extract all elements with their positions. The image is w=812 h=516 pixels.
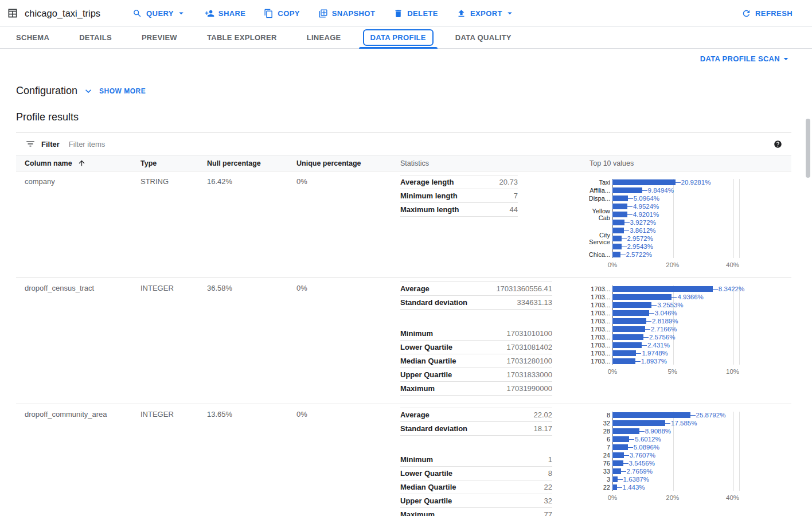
tab-data-profile[interactable]: DATA PROFILE — [356, 27, 440, 48]
chart-bar-row: 3.8612% — [590, 226, 762, 234]
bar-value-label: 5.0896% — [634, 444, 659, 451]
bar-value-connector — [624, 455, 629, 456]
cell-statistics: Average17031360556.41Standard deviation3… — [400, 278, 590, 404]
tab-data-quality[interactable]: DATA QUALITY — [440, 27, 526, 48]
chart-plot-area: 1703...8.3422%1703...4.9366%1703...3.255… — [590, 285, 762, 365]
statistic-label: Median Quartile — [400, 483, 456, 491]
chevron-down-icon[interactable] — [83, 85, 94, 97]
column-header-statistics: Statistics — [400, 159, 590, 167]
bar-track: 2.5722% — [612, 251, 652, 259]
toolbar-snapshot-button[interactable]: SNAPSHOT — [313, 5, 381, 22]
column-name-value: company — [25, 177, 55, 186]
bar-value-connector — [627, 206, 633, 207]
x-tick-label: 40% — [726, 494, 739, 501]
delete-icon — [393, 9, 403, 18]
bar-value-connector — [624, 230, 629, 231]
cell-top-10-values: 825.8792%3217.585%288.9088%65.6012%75.08… — [590, 404, 791, 516]
table-grid-icon — [7, 7, 18, 19]
statistic-label: Median Quartile — [400, 357, 456, 365]
filter-list-icon — [25, 139, 36, 149]
bar — [612, 412, 690, 418]
vertical-scrollbar-thumb[interactable] — [806, 119, 810, 178]
column-header-unique-percentage[interactable]: Unique percentage — [296, 159, 400, 167]
data-profile-content: DATA PROFILE SCAN Configuration SHOW MOR… — [0, 53, 812, 516]
bar-track: 2.7659% — [612, 467, 653, 475]
tab-data-quality-label: DATA QUALITY — [455, 33, 512, 42]
top-10-values-chart: 1703...8.3422%1703...4.9366%1703...3.255… — [590, 285, 762, 376]
category-label: Dispa... — [587, 195, 610, 202]
column-header-label: Top 10 values — [590, 159, 634, 167]
statistic-row: Lower Quartile8 — [400, 467, 552, 480]
top-10-values-chart: Taxi20.9281%Affilia...9.8494%Dispa...5.0… — [590, 178, 762, 269]
cell-statistics: Average22.02Standard deviation18.17Minim… — [400, 404, 590, 516]
top-toolbar: chicago_taxi_trips QUERYSHARECOPYSNAPSHO… — [0, 0, 812, 27]
arrow-up-icon[interactable] — [77, 159, 86, 167]
statistic-value: 17031010100 — [506, 329, 552, 338]
statistic-row: Maximum77 — [400, 508, 552, 516]
toolbar-query-label: QUERY — [146, 9, 174, 18]
table-header-row: Column nameTypeNull percentageUnique per… — [16, 155, 791, 171]
category-label: 1703... — [587, 358, 610, 365]
category-label: Affilia... — [587, 187, 610, 194]
filter-label: Filter — [41, 140, 60, 148]
toolbar-delete-button[interactable]: DELETE — [388, 5, 444, 22]
column-name-value: dropoff_census_tract — [25, 284, 94, 292]
bar — [612, 310, 649, 316]
statistic-row: Maximum17031990000 — [400, 382, 552, 396]
data-profile-scan-menu[interactable]: DATA PROFILE SCAN — [700, 53, 791, 64]
chart-bar-row: 1703...1.9748% — [590, 349, 762, 357]
bar-value-connector — [635, 361, 641, 362]
category-label-cell: 28 — [590, 427, 612, 435]
tab-preview[interactable]: PREVIEW — [127, 27, 192, 48]
unique-percentage-value: 0% — [296, 177, 307, 186]
filter-input[interactable] — [69, 140, 764, 148]
bar-value-label: 3.8612% — [630, 227, 655, 234]
refresh-button[interactable]: REFRESH — [736, 5, 798, 22]
toolbar-copy-button[interactable]: COPY — [258, 5, 305, 22]
tab-lineage[interactable]: LINEAGE — [292, 27, 356, 48]
statistics-table: Average17031360556.41Standard deviation3… — [400, 282, 552, 396]
bar-track: 2.9572% — [612, 234, 653, 243]
column-header-top-10-values: Top 10 values — [590, 159, 791, 167]
x-tick-label: 20% — [666, 261, 679, 268]
bar-track: 5.6012% — [612, 435, 661, 443]
tab-details-label: DETAILS — [79, 33, 112, 42]
tab-details[interactable]: DETAILS — [64, 27, 127, 48]
x-tick-label: 0% — [608, 494, 618, 501]
bar-value-connector — [628, 447, 633, 448]
bar — [612, 444, 628, 450]
bar-track: 1.8937% — [612, 357, 667, 365]
statistic-label: Standard deviation — [400, 298, 467, 307]
cell-column-name: company — [25, 171, 140, 277]
help-icon[interactable] — [774, 140, 782, 148]
bar-value-label: 1.443% — [623, 484, 645, 491]
chart-x-axis: 0%20%40% — [612, 259, 739, 269]
toolbar-export-button[interactable]: EXPORT — [451, 5, 521, 22]
show-more-link[interactable]: SHOW MORE — [99, 87, 146, 95]
tab-table-explorer[interactable]: TABLE EXPLORER — [192, 27, 292, 48]
statistic-label: Standard deviation — [400, 424, 467, 433]
statistic-row: Median Quartile17031280100 — [400, 354, 552, 368]
bar-value-connector — [636, 353, 641, 354]
category-label-cell: 3 — [590, 475, 612, 483]
column-header-null-percentage[interactable]: Null percentage — [207, 159, 296, 167]
statistic-value: 18.17 — [533, 424, 552, 433]
statistic-label: Maximum — [400, 384, 435, 393]
category-label-cell: Chica... — [590, 251, 612, 259]
column-header-type[interactable]: Type — [140, 159, 207, 167]
toolbar-share-button[interactable]: SHARE — [199, 5, 252, 22]
bar — [612, 196, 628, 201]
x-tick-label: 20% — [666, 494, 679, 501]
tab-schema[interactable]: SCHEMA — [1, 27, 64, 48]
type-value: INTEGER — [140, 410, 174, 419]
statistic-value: 77 — [544, 510, 552, 516]
toolbar-query-button[interactable]: QUERY — [127, 5, 192, 22]
bar-value-label: 3.9272% — [630, 219, 656, 226]
bar-value-label: 2.7659% — [627, 468, 653, 475]
bar — [612, 212, 627, 217]
bar-value-label: 1.8937% — [641, 358, 667, 365]
chart-bar-row: 825.8792% — [590, 411, 762, 419]
toolbar-export-label: EXPORT — [470, 9, 502, 18]
category-label-cell: 1703... — [590, 341, 612, 349]
column-header-column-name[interactable]: Column name — [25, 159, 140, 167]
